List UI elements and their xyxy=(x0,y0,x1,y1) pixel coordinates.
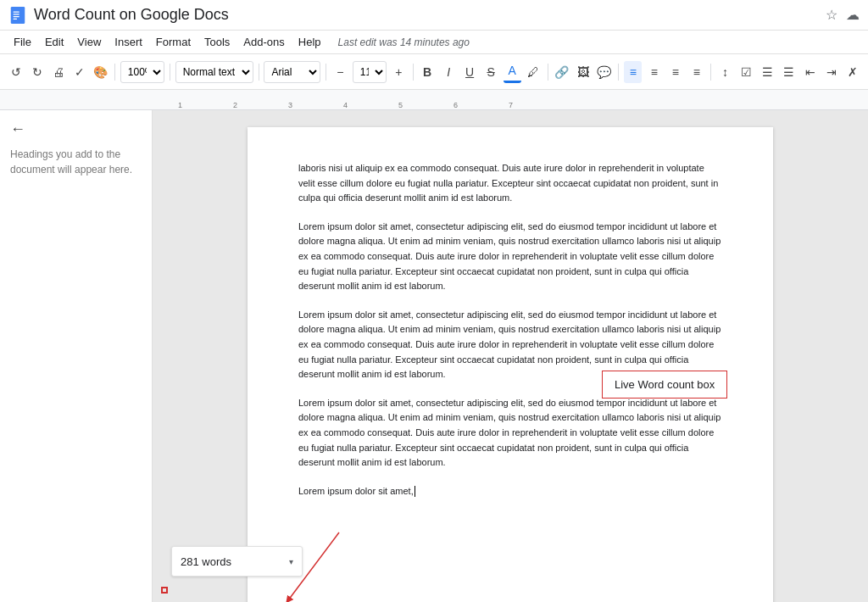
toolbar-divider-2 xyxy=(170,64,170,81)
last-edit-text: Last edit was 14 minutes ago xyxy=(338,36,470,48)
word-count-outline: 281 words ▾ xyxy=(161,587,168,594)
bold-button[interactable]: B xyxy=(419,61,437,83)
link-button[interactable]: 🔗 xyxy=(553,61,570,83)
ruler-bar: 1 2 3 4 5 6 7 xyxy=(161,90,868,109)
clear-format-button[interactable]: ✗ xyxy=(843,61,861,83)
align-center-button[interactable]: ≡ xyxy=(645,61,663,83)
menu-help[interactable]: Help xyxy=(292,33,328,51)
text-cursor xyxy=(415,486,415,497)
numbered-list-button[interactable]: ☰ xyxy=(780,61,798,83)
toolbar-divider-8 xyxy=(710,64,711,81)
document-page: laboris nisi ut aliquip ex ea commodo co… xyxy=(248,127,773,602)
svg-rect-4 xyxy=(14,18,18,19)
star-icon[interactable]: ☆ xyxy=(826,7,837,23)
text-color-button[interactable]: A xyxy=(504,61,521,83)
comment-button[interactable]: 💬 xyxy=(595,61,613,83)
font-size-select[interactable]: 11 xyxy=(353,61,387,83)
ruler-marks: 1 2 3 4 5 6 7 xyxy=(161,90,868,109)
align-left-button[interactable]: ≡ xyxy=(624,61,642,83)
toolbar-divider-6 xyxy=(548,64,548,81)
menu-file[interactable]: File xyxy=(7,33,38,51)
font-size-decrease-button[interactable]: − xyxy=(331,61,349,83)
redo-button[interactable]: ↻ xyxy=(28,61,46,83)
strikethrough-button[interactable]: S xyxy=(482,61,500,83)
menu-view[interactable]: View xyxy=(70,33,108,51)
font-select[interactable]: Arial xyxy=(264,61,320,83)
italic-button[interactable]: I xyxy=(440,61,458,83)
indent-button[interactable]: ⇥ xyxy=(822,61,840,83)
word-count-box[interactable]: 281 words ▾ xyxy=(171,546,303,577)
title-bar: Word Count on Google Docs ☆ ☁ xyxy=(0,0,868,31)
bullet-list-button[interactable]: ☰ xyxy=(759,61,776,83)
title-bar-actions: ☆ ☁ xyxy=(826,7,860,23)
menu-edit[interactable]: Edit xyxy=(38,33,70,51)
image-button[interactable]: 🖼 xyxy=(574,61,592,83)
highlight-button[interactable]: 🖊 xyxy=(525,61,542,83)
undo-button[interactable]: ↺ xyxy=(7,61,25,83)
svg-rect-3 xyxy=(14,15,19,16)
checklist-button[interactable]: ☑ xyxy=(737,61,755,83)
toolbar: ↺ ↻ 🖨 ✓ 🎨 100% Normal text Arial − 11 + … xyxy=(0,54,868,90)
outdent-button[interactable]: ⇤ xyxy=(801,61,819,83)
toolbar-divider-3 xyxy=(259,64,259,81)
zoom-select[interactable]: 100% xyxy=(120,61,164,83)
toolbar-divider-4 xyxy=(326,64,326,81)
menu-addons[interactable]: Add-ons xyxy=(236,33,291,51)
sidebar-hint-text: Headings you add to the document will ap… xyxy=(10,147,142,177)
menu-format[interactable]: Format xyxy=(149,33,198,51)
main-layout: ← Headings you add to the document will … xyxy=(0,110,868,602)
sidebar-back-button[interactable]: ← xyxy=(10,120,142,138)
menu-tools[interactable]: Tools xyxy=(198,33,236,51)
ruler: 1 2 3 4 5 6 7 xyxy=(0,90,868,110)
svg-rect-1 xyxy=(14,11,19,12)
paint-button[interactable]: 🎨 xyxy=(92,61,109,83)
spellcheck-button[interactable]: ✓ xyxy=(70,61,88,83)
toolbar-divider-7 xyxy=(618,64,619,81)
svg-rect-2 xyxy=(14,14,19,14)
print-button[interactable]: 🖨 xyxy=(49,61,67,83)
svg-rect-0 xyxy=(11,6,25,23)
toolbar-divider-5 xyxy=(413,64,414,81)
justify-button[interactable]: ≡ xyxy=(687,61,705,83)
callout-arrow xyxy=(288,532,390,602)
align-right-button[interactable]: ≡ xyxy=(666,61,684,83)
menu-bar: File Edit View Insert Format Tools Add-o… xyxy=(0,31,868,54)
text-style-select[interactable]: Normal text xyxy=(175,61,253,83)
toolbar-divider-1 xyxy=(114,64,115,81)
underline-button[interactable]: U xyxy=(461,61,479,83)
document-title: Word Count on Google Docs xyxy=(34,6,826,24)
document-area[interactable]: laboris nisi ut aliquip ex ea commodo co… xyxy=(153,110,868,602)
menu-insert[interactable]: Insert xyxy=(108,33,149,51)
word-count-chevron-icon: ▾ xyxy=(289,557,293,566)
docs-logo xyxy=(8,6,27,25)
doc-paragraph-1: Lorem ipsum dolor sit amet, consectetur … xyxy=(298,220,722,294)
font-size-increase-button[interactable]: + xyxy=(390,61,408,83)
callout-label: Live Word count box xyxy=(602,371,727,399)
doc-paragraph-4: Lorem ipsum dolor sit amet, xyxy=(298,484,722,499)
cloud-icon[interactable]: ☁ xyxy=(846,7,860,23)
doc-paragraph-0: laboris nisi ut aliquip ex ea commodo co… xyxy=(298,161,722,206)
line-spacing-button[interactable]: ↕ xyxy=(716,61,734,83)
word-count-label: 281 words xyxy=(181,555,231,568)
sidebar: ← Headings you add to the document will … xyxy=(0,110,153,602)
doc-paragraph-3: Lorem ipsum dolor sit amet, consectetur … xyxy=(298,396,722,471)
